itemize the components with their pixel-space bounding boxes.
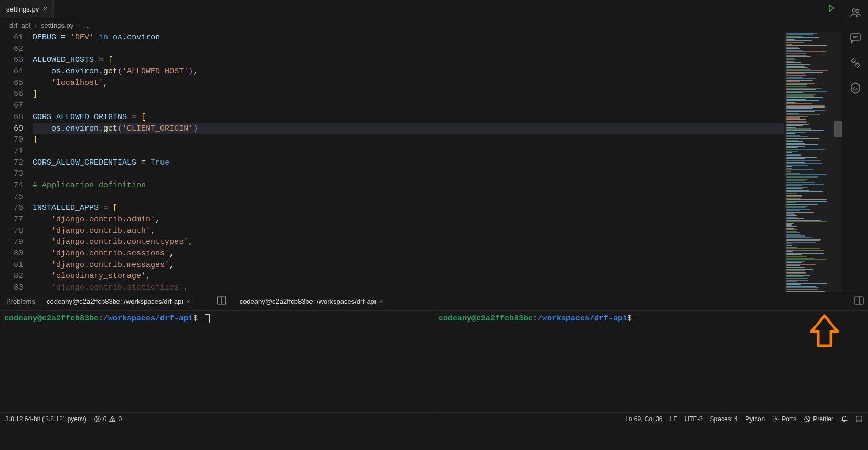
tab-filename: settings.py [6, 5, 39, 13]
breadcrumb[interactable]: drf_api › settings.py › ... [0, 18, 842, 32]
chevron-right-icon: › [35, 22, 37, 29]
breadcrumb-more[interactable]: ... [84, 22, 90, 29]
terminal-dollar: $ [627, 314, 632, 323]
terminal-path: /workspaces/drf-api [538, 314, 627, 323]
close-icon[interactable]: × [43, 5, 47, 13]
hex-icon[interactable]: 0x [849, 82, 862, 94]
panel-tab-problems[interactable]: Problems [4, 292, 37, 310]
terminal-body: codeany@c2a2ffcb83be:/workspaces/drf-api… [0, 311, 868, 412]
status-cursor-pos[interactable]: Ln 69, Col 36 [625, 415, 662, 423]
panel-tab-label: codeany@c2a2ffcb83be: /workspaces/drf-ap… [47, 297, 183, 305]
breadcrumb-folder[interactable]: drf_api [9, 22, 30, 29]
split-editor-icon[interactable] [217, 296, 226, 307]
terminal-pane-2[interactable]: codeany@c2a2ffcb83be:/workspaces/drf-api… [434, 311, 868, 412]
panel-tab-terminal-2[interactable]: codeany@c2a2ffcb83be: /workspaces/drf-ap… [238, 292, 385, 310]
scrollbar-thumb[interactable] [834, 121, 842, 137]
panel-tab-label: codeany@c2a2ffcb83be: /workspaces/drf-ap… [240, 297, 376, 305]
tab-bar: settings.py × [0, 0, 842, 18]
users-icon[interactable] [849, 6, 862, 19]
terminal-sep: : [99, 314, 103, 323]
svg-point-10 [112, 420, 113, 421]
svg-point-0 [852, 9, 855, 12]
line-gutter: 6162636465666768697071727374757677787980… [0, 32, 33, 292]
status-warning-count: 0 [118, 415, 122, 423]
panel-tab-terminal-1[interactable]: codeany@c2a2ffcb83be: /workspaces/drf-ap… [45, 292, 192, 310]
terminal-dollar: $ [193, 314, 198, 323]
close-icon[interactable]: × [379, 297, 383, 305]
code-editor[interactable]: 6162636465666768697071727374757677787980… [0, 32, 842, 292]
terminal-pane-1[interactable]: codeany@c2a2ffcb83be:/workspaces/drf-api… [0, 311, 434, 412]
vertical-scrollbar[interactable] [834, 32, 842, 292]
status-bar: 3.8.12 64-bit ('3.8.12': pyenv) 0 0 Ln 6… [0, 412, 868, 425]
status-problems[interactable]: 0 0 [94, 415, 122, 423]
status-ports-label: Ports [781, 415, 796, 423]
bottom-panel: Problems codeany@c2a2ffcb83be: /workspac… [0, 292, 868, 412]
status-encoding[interactable]: UTF-8 [685, 415, 703, 423]
terminal-path: /workspaces/drf-api [103, 314, 193, 323]
arrow-annotation [806, 313, 843, 352]
activity-bar-right: 0x [842, 0, 868, 292]
status-ports[interactable]: Ports [772, 415, 796, 423]
svg-line-13 [806, 417, 809, 421]
panel-tabs: Problems codeany@c2a2ffcb83be: /workspac… [0, 292, 868, 311]
editor-tab-settings[interactable]: settings.py × [0, 0, 54, 18]
status-error-count: 0 [103, 415, 107, 423]
run-icon[interactable] [827, 4, 835, 14]
close-icon[interactable]: × [186, 297, 190, 305]
terminal-user: codeany@c2a2ffcb83be [438, 314, 533, 323]
layout-icon[interactable] [855, 415, 863, 423]
panel-tab-label: Problems [6, 297, 35, 305]
chevron-right-icon: › [78, 22, 80, 29]
terminal-cursor [205, 314, 210, 323]
chat-icon[interactable] [849, 31, 862, 44]
code-content[interactable]: DEBUG = 'DEV' in os.environ ALLOWED_HOST… [33, 32, 784, 292]
status-prettier[interactable]: Prettier [803, 415, 833, 423]
svg-text:0x: 0x [853, 86, 857, 91]
minimap[interactable] [784, 32, 842, 292]
svg-point-1 [856, 10, 859, 13]
status-eol[interactable]: LF [670, 415, 678, 423]
status-prettier-label: Prettier [813, 415, 833, 423]
terminal-user: codeany@c2a2ffcb83be [4, 314, 99, 323]
breadcrumb-file[interactable]: settings.py [41, 22, 73, 29]
status-language[interactable]: Python [745, 415, 765, 423]
status-indent[interactable]: Spaces: 4 [710, 415, 738, 423]
svg-rect-2 [851, 34, 860, 40]
split-editor-icon[interactable] [854, 296, 864, 307]
plug-icon[interactable] [849, 57, 862, 69]
status-python-env[interactable]: 3.8.12 64-bit ('3.8.12': pyenv) [5, 415, 87, 423]
terminal-sep: : [533, 314, 538, 323]
svg-point-11 [775, 418, 777, 420]
notifications-icon[interactable] [841, 415, 848, 423]
svg-rect-14 [856, 416, 862, 422]
